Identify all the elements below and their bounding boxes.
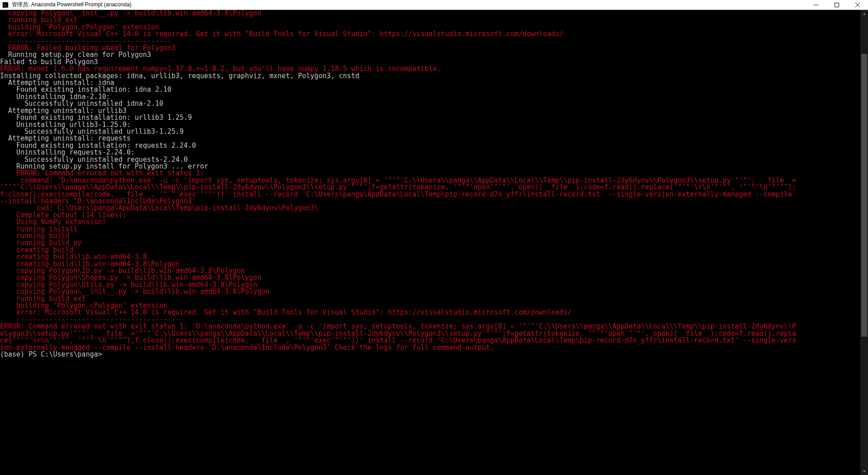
console-line: ion-externally-managed --compile --insta… [0,344,860,351]
maximize-button[interactable] [826,0,847,10]
titlebar[interactable]: >_ 管理员: Anaconda Powershell Prompt (anac… [0,0,868,10]
scrollbar-thumb[interactable] [861,54,867,337]
console-body: copying Polygon\__init__.py -> build\lib… [0,10,868,475]
console-line: copying Polygon\__init__.py -> build\lib… [0,288,860,295]
terminal-window: >_ 管理员: Anaconda Powershell Prompt (anac… [0,0,868,475]
svg-marker-6 [863,13,866,15]
close-button[interactable] [847,0,868,10]
console-line: Found existing installation: idna 2.10 [0,86,860,93]
console-line: Installing collected packages: idna, url… [0,73,860,80]
window-title: 管理员: Anaconda Powershell Prompt (anacond… [12,1,132,9]
cursor [102,352,106,358]
svg-text:>_: >_ [4,3,8,7]
console-line: Using NumPy extension! [0,219,860,226]
scroll-up-button[interactable] [860,10,868,18]
console-line: cwd: C:\Users\panga\AppData\Local\Temp\p… [0,205,860,212]
scroll-down-button[interactable] [860,467,868,475]
svg-marker-7 [863,470,866,473]
minimize-button[interactable] [806,0,826,10]
scrollbar-vertical[interactable] [860,10,868,475]
console-line: Successfully uninstalled idna-2.10 [0,100,860,107]
console-line: running build_py [0,240,860,246]
app-icon: >_ [2,1,9,9]
scrollbar-track[interactable] [860,18,868,467]
console-line: Running setup.py clean for Polygon3 [0,52,860,58]
prompt-line[interactable]: (base) PS C:\Users\panga> [0,351,860,358]
console-line: Complete output (14 lines): [0,212,860,219]
console-line: running build [0,233,860,240]
svg-rect-3 [835,3,839,7]
console-output[interactable]: copying Polygon\__init__.py -> build\lib… [0,10,860,475]
console-line: running install [0,226,860,233]
console-line: copying Polygon\__init__.py -> build\lib… [0,10,860,17]
